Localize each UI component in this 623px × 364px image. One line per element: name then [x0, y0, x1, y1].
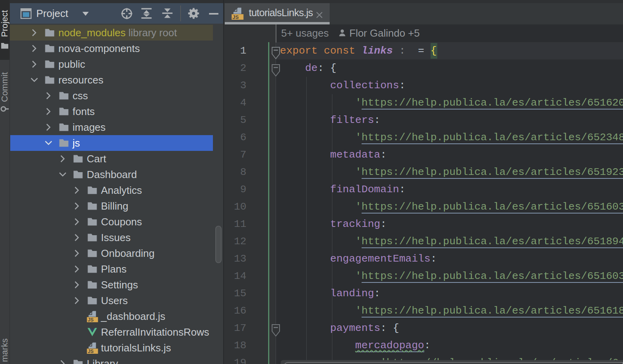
svg-text:JS: JS [88, 317, 93, 322]
svg-text:JS: JS [88, 349, 93, 354]
svg-text:JS: JS [233, 14, 239, 20]
